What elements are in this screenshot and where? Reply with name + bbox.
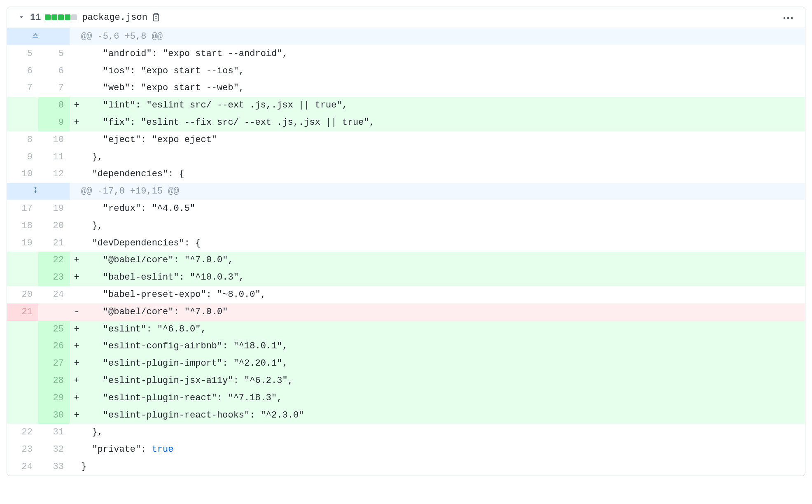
diffstat-block <box>45 14 51 20</box>
code-cell[interactable]: "@babel/core": "^7.0.0" <box>81 303 805 321</box>
diff-marker: + <box>70 114 81 131</box>
line-number-new[interactable] <box>38 303 70 321</box>
line-number-new[interactable]: 28 <box>38 372 70 390</box>
expand-hunk-button[interactable] <box>7 28 70 45</box>
line-number-new[interactable]: 10 <box>38 131 70 149</box>
line-number-new[interactable]: 20 <box>38 217 70 235</box>
line-number-old[interactable]: 18 <box>7 217 38 235</box>
line-number-new[interactable]: 22 <box>38 252 70 269</box>
svg-point-4 <box>784 17 786 19</box>
diffstat[interactable] <box>45 14 77 20</box>
diff-marker <box>70 183 81 200</box>
line-number-old[interactable] <box>7 321 38 338</box>
line-number-old[interactable]: 19 <box>7 235 38 252</box>
svg-rect-7 <box>33 37 38 38</box>
code-cell[interactable]: "redux": "^4.0.5" <box>81 200 805 217</box>
line-number-new[interactable]: 29 <box>38 390 70 407</box>
diff-marker <box>70 441 81 458</box>
line-number-old[interactable] <box>7 355 38 372</box>
code-cell[interactable]: "private": true <box>81 441 805 458</box>
line-number-new[interactable]: 7 <box>38 79 70 97</box>
diff-row: 29+ "eslint-plugin-react": "^7.18.3", <box>7 390 805 407</box>
line-number-new[interactable]: 9 <box>38 114 70 131</box>
code-cell[interactable]: } <box>81 458 805 476</box>
code-cell[interactable]: }, <box>81 424 805 441</box>
code-cell[interactable]: }, <box>81 149 805 166</box>
code-cell[interactable]: "eject": "expo eject" <box>81 131 805 149</box>
code-cell[interactable]: "eslint-plugin-react-hooks": "^2.3.0" <box>81 407 805 424</box>
diff-row: 9+ "fix": "eslint --fix src/ --ext .js,.… <box>7 114 805 131</box>
code-cell[interactable]: "devDependencies": { <box>81 235 805 252</box>
line-number-old[interactable]: 17 <box>7 200 38 217</box>
line-number-old[interactable]: 20 <box>7 286 38 303</box>
line-number-old[interactable]: 8 <box>7 131 38 149</box>
code-cell[interactable]: "lint": "eslint src/ --ext .js,.jsx || t… <box>81 97 805 114</box>
diff-row: 1820 }, <box>7 217 805 235</box>
diff-marker <box>70 424 81 441</box>
code-cell[interactable]: "eslint-plugin-jsx-a11y": "^6.2.3", <box>81 372 805 390</box>
line-number-new[interactable]: 8 <box>38 97 70 114</box>
line-number-old[interactable] <box>7 390 38 407</box>
line-number-old[interactable]: 10 <box>7 166 38 183</box>
diff-marker <box>70 28 81 45</box>
line-number-old[interactable]: 6 <box>7 63 38 80</box>
line-number-new[interactable]: 32 <box>38 441 70 458</box>
line-number-old[interactable] <box>7 114 38 131</box>
line-number-new[interactable]: 21 <box>38 235 70 252</box>
code-cell[interactable]: "dependencies": { <box>81 166 805 183</box>
line-number-old[interactable] <box>7 97 38 114</box>
line-number-new[interactable]: 12 <box>38 166 70 183</box>
expand-hunk-button[interactable] <box>7 183 70 200</box>
line-number-new[interactable]: 25 <box>38 321 70 338</box>
change-count: 11 <box>30 12 41 23</box>
line-number-old[interactable]: 24 <box>7 458 38 476</box>
file-name[interactable]: package.json <box>82 12 147 23</box>
diff-row: 1012 "dependencies": { <box>7 166 805 183</box>
line-number-old[interactable] <box>7 269 38 286</box>
code-cell[interactable]: }, <box>81 217 805 235</box>
code-cell[interactable]: "fix": "eslint --fix src/ --ext .js,.jsx… <box>81 114 805 131</box>
line-number-new[interactable]: 23 <box>38 269 70 286</box>
line-number-new[interactable]: 24 <box>38 286 70 303</box>
line-number-old[interactable] <box>7 407 38 424</box>
code-cell[interactable]: "web": "expo start --web", <box>81 79 805 97</box>
diff-row: 26+ "eslint-config-airbnb": "^18.0.1", <box>7 338 805 355</box>
diff-marker <box>70 235 81 252</box>
line-number-new[interactable]: 30 <box>38 407 70 424</box>
code-cell[interactable]: "@babel/core": "^7.0.0", <box>81 252 805 269</box>
line-number-new[interactable]: 27 <box>38 355 70 372</box>
code-cell[interactable]: "ios": "expo start --ios", <box>81 63 805 80</box>
line-number-old[interactable] <box>7 252 38 269</box>
line-number-old[interactable]: 5 <box>7 45 38 63</box>
svg-point-5 <box>787 17 789 19</box>
line-number-old[interactable]: 23 <box>7 441 38 458</box>
file-actions-menu[interactable] <box>779 12 797 23</box>
code-cell[interactable]: "eslint-plugin-import": "^2.20.1", <box>81 355 805 372</box>
diff-tbody: @@ -5,6 +5,8 @@55 "android": "expo start… <box>7 28 805 476</box>
line-number-old[interactable]: 7 <box>7 79 38 97</box>
line-number-new[interactable]: 5 <box>38 45 70 63</box>
line-number-old[interactable] <box>7 338 38 355</box>
line-number-old[interactable]: 21 <box>7 303 38 321</box>
line-number-old[interactable] <box>7 372 38 390</box>
code-cell[interactable]: "eslint-config-airbnb": "^18.0.1", <box>81 338 805 355</box>
line-number-new[interactable]: 31 <box>38 424 70 441</box>
collapse-toggle[interactable] <box>15 11 28 23</box>
diff-row: 66 "ios": "expo start --ios", <box>7 63 805 80</box>
unfold-icon <box>7 186 64 194</box>
line-number-new[interactable]: 19 <box>38 200 70 217</box>
copy-path-button[interactable] <box>152 13 161 22</box>
line-number-new[interactable]: 26 <box>38 338 70 355</box>
diff-marker <box>70 217 81 235</box>
line-number-old[interactable]: 22 <box>7 424 38 441</box>
code-cell[interactable]: "babel-eslint": "^10.0.3", <box>81 269 805 286</box>
code-cell[interactable]: "android": "expo start --android", <box>81 45 805 63</box>
line-number-old[interactable]: 9 <box>7 149 38 166</box>
code-cell[interactable]: "eslint": "^6.8.0", <box>81 321 805 338</box>
code-cell[interactable]: "eslint-plugin-react": "^7.18.3", <box>81 390 805 407</box>
code-cell[interactable]: "babel-preset-expo": "~8.0.0", <box>81 286 805 303</box>
diff-row: 27+ "eslint-plugin-import": "^2.20.1", <box>7 355 805 372</box>
line-number-new[interactable]: 6 <box>38 63 70 80</box>
line-number-new[interactable]: 33 <box>38 458 70 476</box>
line-number-new[interactable]: 11 <box>38 149 70 166</box>
